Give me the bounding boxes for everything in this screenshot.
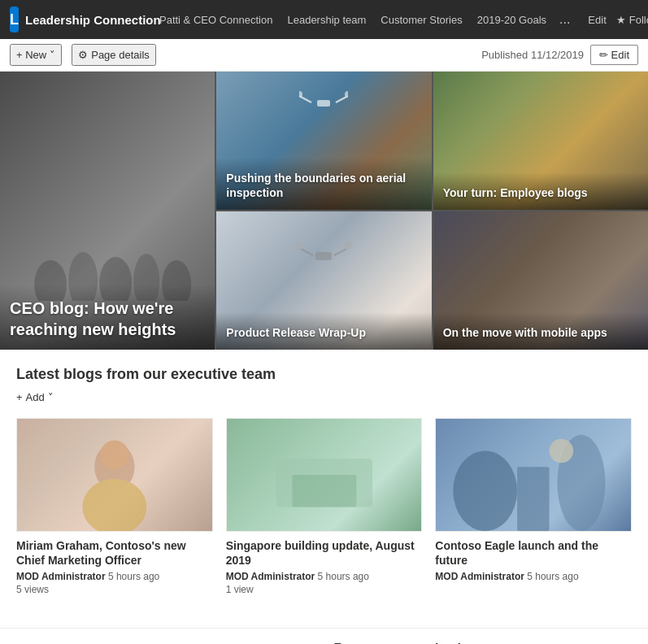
svg-line-12 <box>334 248 348 255</box>
new-button-label: + New <box>16 49 46 61</box>
logo-icon: L <box>10 7 19 33</box>
add-bar[interactable]: + Add ˅ <box>16 389 632 405</box>
svg-rect-10 <box>315 252 332 260</box>
nav-links: Patti & CEO Connection Leadership team C… <box>153 9 575 30</box>
page-details-label: Page details <box>91 49 150 61</box>
svg-line-11 <box>299 248 313 255</box>
nav-following-action[interactable]: ★ Following <box>616 14 648 26</box>
nav-link-leadership[interactable]: Leadership team <box>281 11 372 29</box>
blogs-section: Latest blogs from our executive team + A… <box>0 350 648 628</box>
hero-title-product: Product Release Wrap-Up <box>226 325 421 340</box>
hero-grid: CEO blog: How we're reaching new heights… <box>0 72 648 350</box>
blog-views-miriam: 5 views <box>16 584 213 595</box>
svg-point-14 <box>344 242 352 250</box>
blog-author-miriam: MOD Administrator <box>16 571 106 582</box>
blog-time-singapore-val: 5 hours ago <box>318 571 369 582</box>
nav-edit-action[interactable]: Edit <box>588 14 606 26</box>
toolbar: + New ˅ ⚙ Page details Published 11/12/2… <box>0 39 648 72</box>
bottom-section: Monthly Q&As Each month all employees ar… <box>0 628 648 644</box>
site-title: Leadership Connection <box>25 13 161 27</box>
svg-point-17 <box>100 441 128 469</box>
blog-card-miriam[interactable]: Miriam Graham, Contoso's new Chief Marke… <box>16 418 213 595</box>
hero-item-aerial[interactable]: Pushing the boundaries on aerial inspect… <box>216 72 431 210</box>
blog-time-eagle-val: 5 hours ago <box>527 571 578 582</box>
hero-title-aerial: Pushing the boundaries on aerial inspect… <box>226 171 421 200</box>
chevron-icon: ˅ <box>48 391 54 403</box>
blog-author-singapore: MOD Administrator <box>226 571 315 582</box>
hero-item-mobile[interactable]: On the move with mobile apps <box>433 211 648 350</box>
blog-views-singapore: 1 view <box>226 584 423 595</box>
hero-overlay-employee: Your turn: Employee blogs <box>433 172 648 210</box>
top-nav: L Leadership Connection Patti & CEO Conn… <box>0 0 648 39</box>
svg-point-13 <box>295 242 303 250</box>
blog-cards: Miriam Graham, Contoso's new Chief Marke… <box>16 418 632 595</box>
published-status: Published 11/12/2019 <box>481 49 584 61</box>
toolbar-left: + New ˅ ⚙ Page details <box>10 44 156 66</box>
hero-title-mobile: On the move with mobile apps <box>443 325 638 340</box>
blog-card-img-singapore <box>226 418 423 532</box>
svg-point-20 <box>454 450 518 531</box>
page-details-button[interactable]: ⚙ Page details <box>72 44 156 66</box>
blog-card-img-eagle <box>435 418 632 532</box>
star-icon: ★ <box>616 14 626 26</box>
blog-card-meta-miriam: MOD Administrator 5 hours ago <box>16 571 213 582</box>
nav-link-goals[interactable]: 2019-20 Goals <box>471 11 553 29</box>
svg-rect-5 <box>317 100 330 107</box>
blog-card-meta-singapore: MOD Administrator 5 hours ago <box>226 571 423 582</box>
blog-card-title-singapore: Singapore building update, August 2019 <box>226 538 423 568</box>
nav-more-icon[interactable]: ... <box>554 9 575 30</box>
hero-overlay-mobile: On the move with mobile apps <box>433 312 648 350</box>
blog-card-meta-eagle: MOD Administrator 5 hours ago <box>435 571 632 582</box>
new-button[interactable]: + New ˅ <box>10 44 62 66</box>
add-label: Add <box>26 391 45 403</box>
toolbar-right: Published 11/12/2019 ✏ Edit <box>481 45 638 65</box>
hero-overlay-product: Product Release Wrap-Up <box>216 312 431 350</box>
blog-time-miriam-val: 5 hours ago <box>108 571 159 582</box>
blog-author-eagle: MOD Administrator <box>435 571 524 582</box>
hero-title-ceo: CEO blog: How we're reaching new heights <box>10 298 205 340</box>
svg-rect-22 <box>517 467 549 531</box>
hero-title-employee: Your turn: Employee blogs <box>443 185 638 200</box>
svg-point-23 <box>550 439 574 463</box>
edit-button[interactable]: ✏ Edit <box>590 45 638 65</box>
blog-card-img-miriam <box>16 418 213 532</box>
settings-icon: ⚙ <box>78 49 88 61</box>
chevron-down-icon: ˅ <box>50 49 55 61</box>
svg-point-16 <box>82 479 146 531</box>
blog-card-eagle[interactable]: Contoso Eagle launch and the future MOD … <box>435 418 632 595</box>
blog-card-title-miriam: Miriam Graham, Contoso's new Chief Marke… <box>16 538 213 568</box>
hero-overlay-aerial: Pushing the boundaries on aerial inspect… <box>216 158 431 210</box>
nav-link-patti[interactable]: Patti & CEO Connection <box>153 11 279 29</box>
plus-icon: + <box>16 391 23 403</box>
hero-item-ceo[interactable]: CEO blog: How we're reaching new heights <box>0 72 215 350</box>
nav-link-customer[interactable]: Customer Stories <box>374 11 468 29</box>
hero-item-employee[interactable]: Your turn: Employee blogs <box>433 72 648 210</box>
hero-item-product[interactable]: Product Release Wrap-Up <box>216 211 431 350</box>
blog-card-title-eagle: Contoso Eagle launch and the future <box>435 538 632 568</box>
hero-overlay-ceo: CEO blog: How we're reaching new heights <box>0 285 215 350</box>
logo-area: L Leadership Connection <box>10 7 140 33</box>
following-label: Following <box>629 14 648 26</box>
blogs-section-title: Latest blogs from our executive team <box>16 366 632 383</box>
svg-rect-19 <box>292 475 356 507</box>
nav-actions: Edit ★ Following ↗ Share site <box>588 14 648 26</box>
blog-card-singapore[interactable]: Singapore building update, August 2019 M… <box>226 418 423 595</box>
